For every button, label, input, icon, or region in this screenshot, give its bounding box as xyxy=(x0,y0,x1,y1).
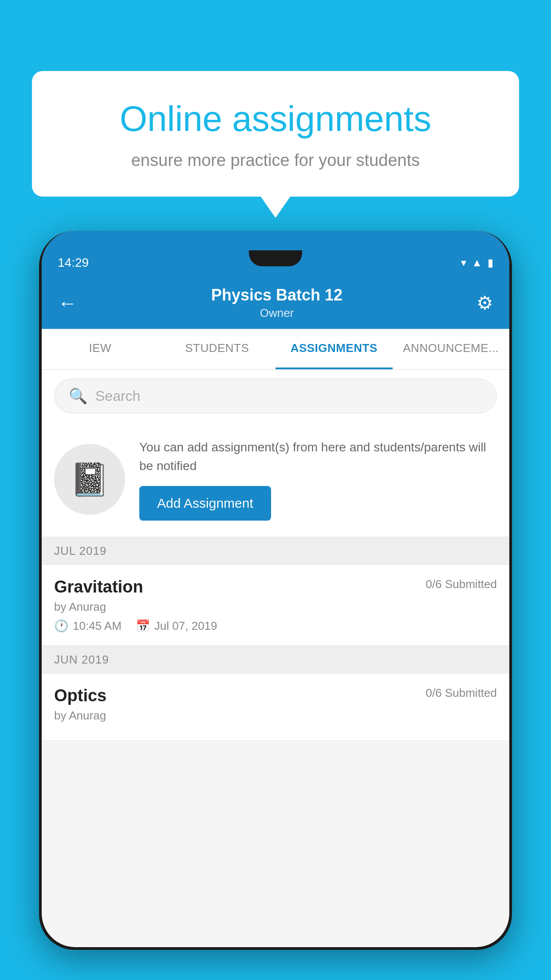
header-title-group: Physics Batch 12 Owner xyxy=(211,286,342,320)
status-icons: ▾ ▲ ▮ xyxy=(461,257,493,269)
search-placeholder: Search xyxy=(95,388,140,404)
settings-gear-icon[interactable]: ⚙ xyxy=(476,292,493,314)
speech-bubble-container: Online assignments ensure more practice … xyxy=(32,71,519,197)
speech-bubble-subtitle: ensure more practice for your students xyxy=(67,151,484,170)
tab-students[interactable]: STUDENTS xyxy=(159,329,276,369)
search-bar[interactable]: 🔍 Search xyxy=(54,379,497,413)
back-button[interactable]: ← xyxy=(58,292,77,314)
signal-icon: ▲ xyxy=(472,257,482,269)
battery-icon: ▮ xyxy=(488,257,493,269)
assignment-row1: Gravitation 0/6 Submitted xyxy=(54,577,497,597)
assignment-item-gravitation[interactable]: Gravitation 0/6 Submitted by Anurag 🕐 10… xyxy=(42,565,509,646)
assignment-item-optics[interactable]: Optics 0/6 Submitted by Anurag xyxy=(42,674,509,741)
status-time: 14:29 xyxy=(58,256,89,270)
tab-announcements[interactable]: ANNOUNCEME... xyxy=(393,329,510,369)
app-header: ← Physics Batch 12 Owner ⚙ xyxy=(42,275,509,329)
jun-2019-section-header: JUN 2019 xyxy=(42,646,509,674)
notebook-icon: 📓 xyxy=(70,461,110,498)
speech-bubble-title: Online assignments xyxy=(67,98,484,140)
assignment-submitted-gravitation: 0/6 Submitted xyxy=(426,577,497,591)
wifi-icon: ▾ xyxy=(461,257,466,269)
phone-screen: 14:29 ▾ ▲ ▮ ← Physics Batch 12 Owner ⚙ I… xyxy=(42,231,509,947)
search-container: 🔍 Search xyxy=(42,370,509,422)
assignment-name-optics: Optics xyxy=(54,686,106,705)
add-assignment-button[interactable]: Add Assignment xyxy=(139,486,271,521)
status-bar: 14:29 ▾ ▲ ▮ xyxy=(42,250,509,275)
search-icon: 🔍 xyxy=(69,387,87,405)
jul-2019-section-header: JUL 2019 xyxy=(42,537,509,565)
batch-subtitle: Owner xyxy=(211,306,342,320)
tab-iew[interactable]: IEW xyxy=(42,329,159,369)
promo-text: You can add assignment(s) from here and … xyxy=(139,438,497,475)
assignment-submitted-optics: 0/6 Submitted xyxy=(426,686,497,700)
jun-2019-label: JUN 2019 xyxy=(54,653,109,666)
assignment-by-gravitation: by Anurag xyxy=(54,600,497,614)
promo-content: You can add assignment(s) from here and … xyxy=(139,438,497,521)
screen-top-area xyxy=(42,231,509,250)
jul-2019-label: JUL 2019 xyxy=(54,544,106,557)
assignment-name-gravitation: Gravitation xyxy=(54,577,143,597)
speech-bubble: Online assignments ensure more practice … xyxy=(32,71,519,197)
assignment-time-gravitation: 🕐 10:45 AM xyxy=(54,619,122,633)
notch xyxy=(249,250,302,266)
assignment-time-text: 10:45 AM xyxy=(73,619,122,633)
batch-title: Physics Batch 12 xyxy=(211,286,342,304)
assignment-date-text: Jul 07, 2019 xyxy=(154,619,217,633)
promo-section: 📓 You can add assignment(s) from here an… xyxy=(42,422,509,537)
assignment-by-optics: by Anurag xyxy=(54,709,497,723)
tab-assignments[interactable]: ASSIGNMENTS xyxy=(276,329,393,369)
assignment-row3-gravitation: 🕐 10:45 AM 📅 Jul 07, 2019 xyxy=(54,619,497,633)
calendar-icon: 📅 xyxy=(136,619,150,633)
promo-icon-circle: 📓 xyxy=(54,444,125,515)
tabs-container: IEW STUDENTS ASSIGNMENTS ANNOUNCEME... xyxy=(42,329,509,370)
assignment-row1-optics: Optics 0/6 Submitted xyxy=(54,686,497,705)
clock-icon: 🕐 xyxy=(54,619,68,633)
assignment-date-gravitation: 📅 Jul 07, 2019 xyxy=(136,619,217,633)
phone-mockup: 14:29 ▾ ▲ ▮ ← Physics Batch 12 Owner ⚙ I… xyxy=(39,231,512,950)
